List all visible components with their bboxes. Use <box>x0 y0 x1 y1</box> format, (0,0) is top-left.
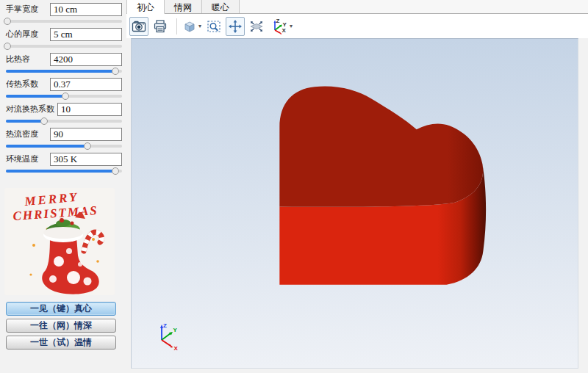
pan-icon <box>228 19 243 34</box>
test-button[interactable]: 一世（试）温情 <box>6 336 116 350</box>
camera-button[interactable] <box>129 17 148 36</box>
printer-icon <box>153 19 168 34</box>
slider-thumb[interactable] <box>112 68 119 75</box>
svg-text:X: X <box>174 345 179 352</box>
heat-flux-slider[interactable] <box>6 142 122 150</box>
pan-button[interactable] <box>226 17 245 36</box>
svg-text:Y: Y <box>173 327 178 333</box>
field-label: 手掌宽度 <box>6 4 47 15</box>
heat-flux-input[interactable] <box>50 128 122 141</box>
heart-top-face <box>279 86 483 206</box>
action-buttons: 一见（键）真心 一往（网）情深 一世（试）温情 <box>6 302 116 352</box>
specific-heat-slider[interactable] <box>6 68 122 75</box>
tab-nuanxin[interactable]: 暖心 <box>202 0 240 13</box>
iso-view-cube-icon <box>182 19 197 34</box>
slider-fill <box>6 70 115 73</box>
tab-strip: 初心 情网 暖心 <box>126 0 588 14</box>
viewport[interactable]: Z Y X <box>131 38 578 369</box>
heart-thickness-input[interactable] <box>50 28 122 41</box>
svg-text:Z: Z <box>163 322 167 329</box>
slider-thumb[interactable] <box>4 43 11 50</box>
iso-view-button[interactable]: ▾ <box>182 17 202 36</box>
mesh-button[interactable]: 一往（网）情深 <box>6 319 116 333</box>
slider-thumb[interactable] <box>112 167 119 175</box>
chevron-down-icon: ▾ <box>290 23 293 29</box>
field-label: 对流换热系数 <box>6 104 54 115</box>
specific-heat-input[interactable] <box>50 53 122 66</box>
heat-transfer-coeff-input[interactable] <box>50 78 122 91</box>
svg-text:Z: Z <box>276 18 280 24</box>
slider-thumb[interactable] <box>62 93 69 100</box>
field-label: 比热容 <box>6 54 47 65</box>
control-panel: 手掌宽度 心的厚度 比热容 传热系数 对流换热系数 <box>0 0 126 373</box>
field-label: 环境温度 <box>6 153 47 164</box>
field-row-heart-thickness: 心的厚度 <box>6 27 122 41</box>
zoom-box-icon <box>207 19 221 34</box>
ambient-temp-slider[interactable] <box>6 167 122 175</box>
slider-thumb[interactable] <box>40 117 48 125</box>
axis-orientation-button[interactable]: Z Y X ▾ <box>268 17 293 36</box>
slider-fill <box>6 95 65 98</box>
slider-track <box>6 20 122 23</box>
field-label: 热流密度 <box>6 128 47 140</box>
tab-chuxin[interactable]: 初心 <box>127 0 165 14</box>
camera-icon <box>132 19 146 34</box>
slider-fill <box>6 120 44 123</box>
main-panel: 初心 情网 暖心 <box>126 0 588 373</box>
rotate-3d-button[interactable] <box>247 17 266 36</box>
christmas-image: MERRY CHRISTMAS <box>4 188 115 295</box>
slider-thumb[interactable] <box>84 142 91 150</box>
chevron-down-icon: ▾ <box>198 23 201 29</box>
print-button[interactable] <box>151 17 170 36</box>
field-row-specific-heat: 比热容 <box>6 52 122 66</box>
slider-track <box>6 45 122 48</box>
field-row-palm-width: 手掌宽度 <box>6 2 122 16</box>
field-label: 心的厚度 <box>6 29 47 40</box>
field-row-ambient-temp: 环境温度 <box>6 152 122 166</box>
slider-fill <box>6 145 87 148</box>
palm-width-slider[interactable] <box>6 18 122 25</box>
field-row-convection-coeff: 对流换热系数 <box>6 102 122 116</box>
svg-text:X: X <box>282 27 287 34</box>
heat-transfer-coeff-slider[interactable] <box>6 93 122 100</box>
field-row-heat-flux: 热流密度 <box>6 127 122 141</box>
heart-3d-model <box>132 39 578 368</box>
palm-width-input[interactable] <box>50 3 122 16</box>
rotate-3d-icon <box>248 19 265 34</box>
ambient-temp-input[interactable] <box>50 153 122 166</box>
heart-thickness-slider[interactable] <box>6 43 122 50</box>
axis-triad: Z Y X <box>154 321 182 352</box>
toolbar-separator <box>176 18 177 35</box>
field-label: 传热系数 <box>6 79 47 90</box>
convection-coeff-slider[interactable] <box>6 117 122 125</box>
convection-coeff-input[interactable] <box>57 103 122 116</box>
zoom-box-button[interactable] <box>204 17 223 36</box>
slider-fill <box>6 170 115 173</box>
axis-orientation-icon: Z Y X <box>269 18 288 35</box>
field-row-heat-transfer-coeff: 传热系数 <box>6 77 122 91</box>
tab-qingwang[interactable]: 情网 <box>165 0 202 13</box>
toolbar: ▾ <box>126 14 588 38</box>
slider-thumb[interactable] <box>4 18 11 25</box>
solve-button[interactable]: 一见（键）真心 <box>6 302 116 316</box>
